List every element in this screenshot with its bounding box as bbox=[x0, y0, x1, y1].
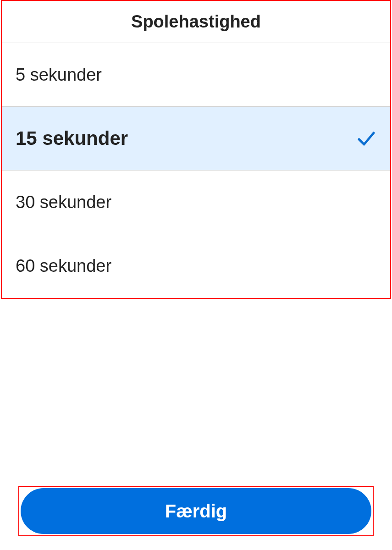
speed-dialog: Spolehastighed 5 sekunder 15 sekunder 30… bbox=[1, 0, 391, 299]
option-label: 5 sekunder bbox=[16, 65, 102, 85]
option-label: 15 sekunder bbox=[16, 127, 128, 149]
option-60-seconds[interactable]: 60 sekunder bbox=[2, 234, 390, 298]
option-15-seconds[interactable]: 15 sekunder bbox=[2, 107, 390, 170]
done-button-wrapper: Færdig bbox=[18, 486, 374, 536]
dialog-title: Spolehastighed bbox=[2, 1, 390, 43]
option-30-seconds[interactable]: 30 sekunder bbox=[2, 170, 390, 234]
done-button[interactable]: Færdig bbox=[21, 488, 371, 534]
option-5-seconds[interactable]: 5 sekunder bbox=[2, 43, 390, 107]
option-list: 5 sekunder 15 sekunder 30 sekunder 60 se… bbox=[2, 43, 390, 298]
option-label: 60 sekunder bbox=[16, 256, 111, 276]
checkmark-icon bbox=[356, 128, 376, 148]
option-label: 30 sekunder bbox=[16, 192, 111, 212]
